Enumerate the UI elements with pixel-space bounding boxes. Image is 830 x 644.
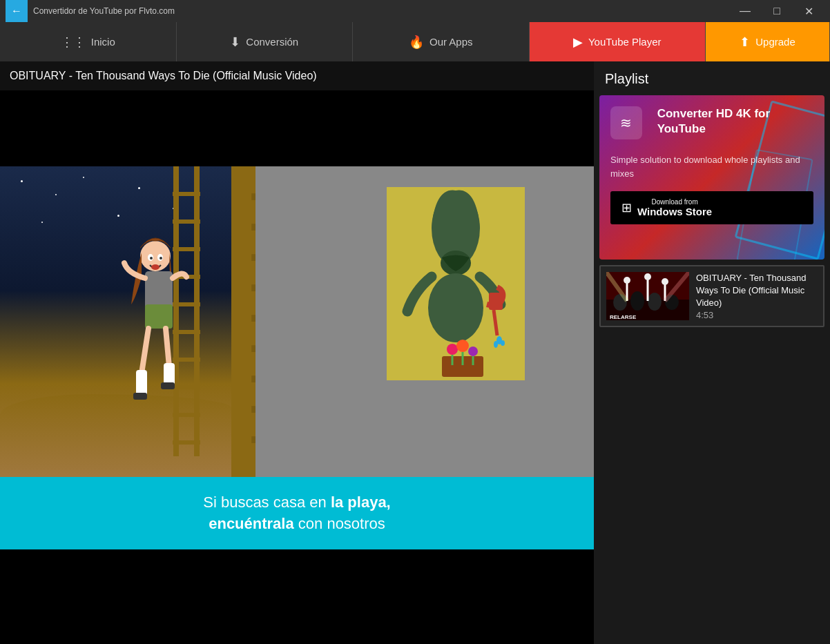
tab-youtube-player[interactable]: ▶ YouTube Player — [530, 22, 706, 61]
svg-point-47 — [456, 340, 469, 352]
playlist-thumb-0: RELARSE — [606, 272, 689, 320]
conversion-icon: ⬇ — [230, 35, 240, 50]
upgrade-tab[interactable]: ⬆ Upgrade — [706, 22, 830, 61]
nav-bar: ⋮⋮ Inicio ⬇ Conversión 🔥 Our Apps ▶ YouT… — [0, 22, 830, 61]
svg-rect-18 — [145, 271, 173, 309]
ad-card-icon: ≋ — [610, 106, 642, 139]
star — [117, 215, 119, 217]
sidebar: Playlist ≋ Converter HD 4K for YouTube S… — [594, 61, 830, 644]
svg-point-59 — [624, 277, 630, 284]
upgrade-icon: ⬆ — [740, 35, 750, 50]
character-ladder-svg — [121, 166, 231, 456]
svg-line-21 — [166, 329, 169, 367]
svg-line-20 — [142, 329, 148, 373]
star — [41, 222, 43, 223]
maximize-button[interactable]: □ — [761, 0, 793, 22]
ad-line2-bold: encuéntrala — [209, 515, 294, 532]
ad-banner[interactable]: Si buscas casa en la playa, encuéntrala … — [0, 477, 594, 549]
windows-store-icon: ⊞ — [621, 200, 632, 215]
playlist-title: Playlist — [594, 61, 830, 95]
ad-card[interactable]: ≋ Converter HD 4K for YouTube Simple sol… — [599, 95, 824, 260]
ad-line1: Si buscas casa en — [203, 494, 331, 511]
svg-point-44 — [501, 340, 505, 346]
btn-label-wrapper: Download from Windows Store — [637, 198, 712, 217]
ad-line2: con nosotros — [294, 515, 385, 532]
svg-point-46 — [447, 344, 458, 355]
ad-card-content: ≋ Converter HD 4K for YouTube Simple sol… — [599, 95, 824, 235]
window-controls: — □ ✕ — [729, 0, 824, 22]
svg-point-55 — [630, 291, 644, 311]
tab-our-apps-label: Our Apps — [430, 36, 473, 48]
svg-rect-25 — [161, 382, 175, 389]
alien-svg — [387, 187, 525, 380]
playlist-item-title-0: OBITUARY - Ten Thousand Ways To Die (Off… — [696, 272, 818, 310]
tab-inicio[interactable]: ⋮⋮ Inicio — [0, 22, 177, 61]
star — [83, 177, 84, 178]
back-button[interactable]: ← — [6, 0, 28, 22]
app-title: Convertidor de YouTube por Flvto.com — [33, 6, 729, 16]
svg-point-43 — [494, 341, 498, 348]
close-button[interactable]: ✕ — [793, 0, 824, 22]
playlist-thumb-svg: RELARSE — [606, 272, 689, 320]
minimize-button[interactable]: — — [729, 0, 761, 22]
video-area: OBITUARY - Ten Thousand Ways To Die (Off… — [0, 61, 594, 644]
svg-rect-24 — [133, 393, 147, 400]
svg-point-16 — [160, 257, 162, 260]
playlist-item-0[interactable]: RELARSE OBITUARY - Ten Thousand Ways To … — [599, 265, 824, 327]
window-frame — [387, 187, 525, 380]
star — [55, 194, 57, 195]
btn-sub-label: Download from — [637, 198, 712, 206]
waveform-icon: ≋ — [620, 115, 632, 131]
scene-left — [0, 166, 231, 477]
tab-inicio-label: Inicio — [91, 36, 115, 48]
svg-point-56 — [648, 293, 662, 311]
youtube-player-icon: ▶ — [573, 35, 583, 50]
ad-card-header: ≋ Converter HD 4K for YouTube — [610, 106, 813, 148]
star — [21, 180, 23, 182]
ad-line1-bold: la playa, — [331, 494, 391, 511]
upgrade-label: Upgrade — [755, 36, 795, 48]
svg-point-63 — [662, 278, 668, 285]
svg-point-61 — [644, 273, 651, 280]
our-apps-icon: 🔥 — [409, 35, 424, 50]
download-store-button[interactable]: ⊞ Download from Windows Store — [610, 191, 813, 224]
ad-text: Si buscas casa en la playa, encuéntrala … — [203, 492, 391, 535]
svg-point-15 — [150, 257, 153, 260]
playlist-info-0: OBITUARY - Ten Thousand Ways To Die (Off… — [696, 272, 818, 320]
svg-text:RELARSE: RELARSE — [610, 314, 637, 320]
video-title: OBITUARY - Ten Thousand Ways To Die (Off… — [0, 61, 594, 90]
tab-conversion-label: Conversión — [246, 36, 298, 48]
ad-card-title: Converter HD 4K for YouTube — [657, 106, 813, 137]
tab-our-apps[interactable]: 🔥 Our Apps — [353, 22, 530, 61]
svg-point-48 — [468, 347, 478, 356]
video-frame: ⛶ — [0, 166, 594, 477]
inicio-icon: ⋮⋮ — [61, 35, 86, 50]
playlist-item-duration-0: 4:53 — [696, 310, 818, 320]
back-icon: ← — [11, 5, 22, 17]
tab-conversion[interactable]: ⬇ Conversión — [177, 22, 354, 61]
title-bar: ← Convertidor de YouTube por Flvto.com —… — [0, 0, 830, 22]
main-content: OBITUARY - Ten Thousand Ways To Die (Off… — [0, 61, 830, 644]
svg-point-17 — [151, 264, 160, 270]
scene-right — [255, 166, 594, 477]
tab-youtube-player-label: YouTube Player — [588, 36, 662, 48]
ad-card-subtitle: Simple solution to download whole playli… — [610, 153, 813, 180]
video-black-bar-top — [0, 90, 594, 166]
video-player[interactable]: ⛶ — [0, 90, 594, 644]
svg-rect-41 — [489, 293, 503, 310]
btn-main-label: Windows Store — [637, 206, 712, 217]
svg-rect-19 — [145, 304, 173, 329]
svg-point-40 — [428, 273, 483, 342]
